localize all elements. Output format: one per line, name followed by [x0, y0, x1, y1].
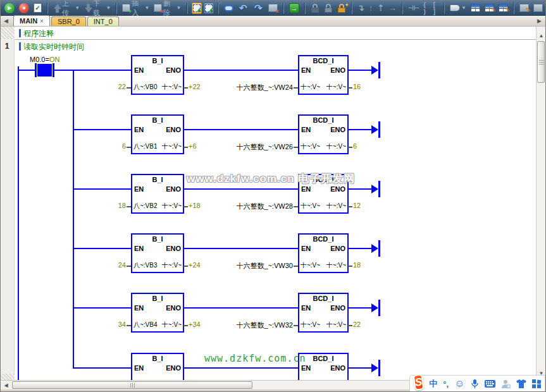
bcd-i-input-operand-label[interactable]: 十六整数_~:VW26	[226, 142, 293, 152]
insert-line-right-button[interactable]: →	[387, 2, 398, 15]
tab-main[interactable]: MAIN ×	[13, 15, 50, 26]
bcd-i-input-operand-label[interactable]: 十六整数_~:VW32	[226, 321, 293, 330]
bcd-i-block[interactable]: BCD_IENENO十~:V~十~:V~	[298, 114, 349, 154]
chart-status-toggle[interactable]	[204, 3, 214, 14]
address-tag-button[interactable]: ▼	[449, 2, 468, 15]
bcd-i-input-operand-label[interactable]: 十六整数_~:VW30	[226, 261, 293, 271]
pin-stub	[348, 266, 352, 267]
bcd-i-input-operand: 十~:V~	[301, 321, 320, 329]
vertical-scroll-thumb[interactable]	[537, 41, 545, 83]
scroll-up-icon[interactable]: ▲	[537, 32, 545, 40]
insert-branch-up-button[interactable]: ↑	[368, 2, 375, 15]
ladder-editor[interactable]: 程序注释 1 读取实时时钟时间 www.dzkfw.com.cn 电子开发网 w…	[1, 27, 537, 380]
bcd-i-input-operand-label[interactable]: 十六整数_~:VW24	[226, 83, 293, 92]
insert-dropdown-icon[interactable]: ▼	[145, 5, 150, 11]
b-i-block[interactable]: B_IENENO	[131, 353, 184, 380]
scroll-left-icon[interactable]: ◀	[2, 381, 10, 389]
tab-close-icon[interactable]: ×	[40, 18, 44, 25]
status-chart-button[interactable]: ✎	[483, 2, 495, 15]
pin-stub	[127, 266, 131, 267]
b-i-block[interactable]: B_IENENO八~:VB4十~:V~	[131, 293, 184, 333]
undo-icon: ↶	[238, 3, 249, 13]
box-select-button[interactable]	[223, 2, 235, 15]
bcd-i-block[interactable]: BCD_IENENO十~:V~十~:V~	[298, 55, 349, 95]
tab-sbr0[interactable]: SBR_0	[51, 16, 86, 26]
b-i-input-operand: 八~:VB1	[133, 142, 158, 151]
b-i-block[interactable]: B_IENENO八~:VB2十~:V~	[131, 174, 184, 214]
rung-wire	[347, 307, 373, 309]
b-i-block[interactable]: B_IENENO八~:VB0十~:V~	[131, 55, 184, 95]
download-button[interactable]: 下载 ▼	[83, 2, 112, 15]
ime-punctuation-icon[interactable]: °,	[443, 379, 449, 389]
upload-dropdown-icon[interactable]: ▼	[75, 5, 80, 11]
vertical-scrollbar[interactable]: ▲ ▼	[536, 27, 545, 380]
pin-stub	[183, 147, 188, 148]
program-status-toggle[interactable]	[192, 3, 202, 14]
network-comment[interactable]: 读取实时时钟时间	[23, 42, 84, 52]
contact-power-fill[interactable]	[37, 64, 52, 77]
bcd-i-block[interactable]: BCD_IENENO十~:V~十~:V~	[298, 233, 349, 273]
b-i-input-status-value: 18	[96, 202, 126, 209]
bcd-i-output-operand: 十~:V~	[326, 321, 346, 329]
ime-emoji-icon[interactable]: ☺	[454, 378, 464, 389]
goto-button[interactable]: →	[288, 2, 301, 15]
redo-button[interactable]: ↷	[252, 2, 265, 15]
stop-button[interactable]: ■	[18, 2, 30, 15]
coil-tool-button[interactable]: ( )	[422, 2, 430, 15]
bcd-i-output-status-value: 6	[353, 142, 357, 150]
contact-tool-button[interactable]: ⊣⊢	[407, 2, 420, 15]
ime-shirt-icon[interactable]	[516, 379, 526, 388]
page-edit-icon: ✎	[519, 4, 529, 12]
watermark-bottom: www.dzkfw.com.cn	[204, 353, 306, 364]
contact-label[interactable]: M0.0=ON	[30, 56, 59, 63]
lock-add-button[interactable]: +	[336, 2, 347, 15]
eno-pin-label: ENO	[166, 185, 181, 193]
pin-stub	[348, 87, 352, 89]
insert-button[interactable]: + 插入 ▼	[121, 2, 151, 15]
insert-branch-down-button[interactable]: ↴	[356, 2, 366, 15]
undo-button[interactable]: ↶	[237, 2, 250, 15]
pin-stub	[294, 206, 298, 207]
bcd-i-input-operand-label[interactable]: 十六整数_~:VW28	[226, 202, 293, 211]
ime-toolbox-icon[interactable]	[532, 379, 542, 389]
gutter-hatch	[1, 374, 15, 380]
horizontal-scroll-thumb[interactable]	[12, 381, 252, 389]
en-pin-label: EN	[301, 364, 311, 372]
b-i-block[interactable]: B_IENENO八~:VB3十~:V~	[131, 233, 184, 273]
lock-button[interactable]	[309, 2, 321, 15]
compile-button[interactable]: ✓	[32, 2, 43, 15]
ime-skin-icon[interactable]	[501, 379, 511, 389]
b-i-block[interactable]: B_IENENO八~:VB1十~:V~	[131, 114, 184, 154]
box-tool-button[interactable]: [ ]	[432, 2, 440, 15]
bcd-i-block[interactable]: BCD_IENENO十~:V~十~:V~	[298, 293, 349, 333]
clear-button[interactable]: ×	[267, 2, 279, 15]
bcd-i-output-operand: 十~:V~	[326, 261, 346, 270]
program-comment[interactable]: 程序注释	[23, 28, 54, 39]
run-button[interactable]: ▶	[3, 2, 16, 15]
upload-icon	[53, 3, 61, 13]
insert-line-up-button[interactable]: ⇡	[376, 2, 385, 15]
upload-button[interactable]: 上传 ▼	[52, 2, 81, 15]
rung-wire	[183, 70, 299, 71]
delete-dropdown-icon[interactable]: ▼	[177, 5, 182, 11]
pin-stub	[294, 325, 298, 326]
page-props-button[interactable]	[532, 2, 544, 15]
tab-int0[interactable]: INT_0	[87, 16, 119, 26]
download-dropdown-icon[interactable]: ▼	[106, 5, 111, 11]
branch-wire	[73, 70, 74, 369]
tag-dropdown-icon[interactable]: ▼	[461, 5, 466, 11]
toolbar-separator	[402, 3, 403, 14]
ime-keyboard-icon[interactable]	[485, 380, 495, 388]
tab-scroll-left[interactable]: ◀	[4, 18, 8, 24]
ime-chinese-mode-icon[interactable]: 中	[429, 378, 437, 389]
tab-scroll-right[interactable]: ▶	[537, 18, 542, 24]
page-edit-button[interactable]: ✎	[518, 2, 530, 15]
symbol-table-button[interactable]	[469, 2, 481, 15]
eno-pin-label: ENO	[330, 126, 345, 133]
unlock-button[interactable]	[323, 2, 334, 15]
delete-button[interactable]: × 删除 ▼	[152, 2, 182, 15]
symbol-info-button[interactable]: ✎	[497, 2, 509, 15]
goto-icon: →	[289, 3, 299, 13]
ime-mic-icon[interactable]	[471, 379, 479, 389]
sogou-logo-icon[interactable]: S	[413, 374, 425, 391]
